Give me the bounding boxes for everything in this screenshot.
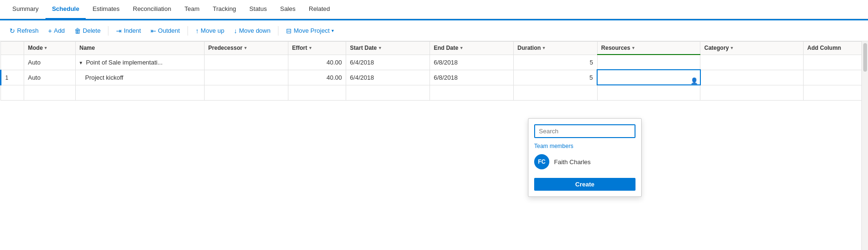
col-duration[interactable]: Duration ▾ [513, 42, 597, 55]
cell-predecessor-0[interactable] [204, 55, 288, 70]
cell-category-0[interactable] [700, 55, 804, 70]
empty-name [75, 85, 204, 100]
cell-effort-0[interactable]: 40.00 [288, 55, 346, 70]
mode-sort-icon: ▾ [45, 46, 47, 50]
grid-container: Mode ▾ Name Predecessor ▾ [0, 41, 868, 250]
tab-tracking[interactable]: Tracking [206, 0, 242, 19]
col-num [1, 42, 24, 55]
col-add-column[interactable]: Add Column [803, 42, 868, 55]
table-row[interactable]: Auto ▾ Point of Sale implementati... 40.… [1, 55, 868, 70]
tab-sales[interactable]: Sales [273, 0, 302, 19]
cell-mode-0[interactable]: Auto [24, 55, 75, 70]
cell-row-num-1: 1 [1, 70, 24, 85]
cell-end-date-0[interactable]: 6/8/2018 [430, 55, 513, 70]
cell-add-col-1 [803, 70, 868, 85]
col-resources[interactable]: Resources ▾ [597, 42, 700, 55]
member-row[interactable]: FC Faith Charles [534, 152, 635, 171]
table-row-empty [1, 85, 868, 100]
tab-reconciliation[interactable]: Reconciliation [126, 0, 178, 19]
move-down-icon: ↓ [234, 27, 237, 35]
outdent-icon: ⇤ [151, 27, 156, 35]
empty-mode [24, 85, 75, 100]
move-project-button[interactable]: ⊟ Move Project ▾ [282, 25, 338, 37]
tab-summary[interactable]: Summary [6, 0, 45, 19]
category-sort-icon: ▾ [731, 46, 733, 50]
scrollbar-thumb [863, 43, 867, 72]
cell-resources-1[interactable]: 👤 [597, 70, 700, 85]
separator-1 [108, 26, 108, 36]
search-input[interactable] [534, 124, 635, 138]
resources-sort-icon: ▾ [632, 46, 635, 50]
create-button[interactable]: Create [534, 178, 635, 191]
cell-add-col-0 [803, 55, 868, 70]
cell-start-date-1[interactable]: 6/4/2018 [346, 70, 430, 85]
cell-effort-1[interactable]: 40.00 [288, 70, 346, 85]
cell-start-date-0[interactable]: 6/4/2018 [346, 55, 430, 70]
delete-icon: 🗑 [74, 27, 81, 35]
resources-dropdown: Team members FC Faith Charles Create [528, 118, 642, 197]
col-end-date[interactable]: End Date ▾ [430, 42, 513, 55]
col-start-date[interactable]: Start Date ▾ [346, 42, 430, 55]
toolbar: ↻ Refresh + Add 🗑 Delete ⇥ Indent ⇤ Outd… [0, 20, 868, 41]
indent-icon: ⇥ [116, 27, 122, 35]
indent-button[interactable]: ⇥ Indent [112, 25, 144, 37]
duration-sort-icon: ▾ [543, 46, 545, 50]
empty-num [1, 85, 24, 100]
start-date-sort-icon: ▾ [379, 46, 381, 50]
empty-add [803, 85, 868, 100]
cell-resources-0[interactable] [597, 55, 700, 70]
separator-3 [278, 26, 278, 36]
cell-duration-1[interactable]: 5 [513, 70, 597, 85]
cell-end-date-1[interactable]: 6/8/2018 [430, 70, 513, 85]
empty-end [430, 85, 513, 100]
empty-duration [513, 85, 597, 100]
add-button[interactable]: + Add [45, 25, 69, 37]
empty-category [700, 85, 804, 100]
cell-duration-0[interactable]: 5 [513, 55, 597, 70]
tab-schedule[interactable]: Schedule [45, 0, 86, 19]
move-project-chevron-icon: ▾ [331, 28, 334, 33]
scrollbar[interactable] [861, 41, 868, 250]
expand-icon: ▾ [80, 60, 82, 65]
empty-effort [288, 85, 346, 100]
empty-start [346, 85, 430, 100]
col-effort[interactable]: Effort ▾ [288, 42, 346, 55]
lookup-icon: 👤 [690, 77, 698, 84]
cell-mode-1[interactable]: Auto [24, 70, 75, 85]
tab-status[interactable]: Status [243, 0, 274, 19]
team-members-label: Team members [534, 143, 635, 149]
delete-button[interactable]: 🗑 Delete [71, 25, 105, 37]
cell-row-num-0 [1, 55, 24, 70]
col-name[interactable]: Name [75, 42, 204, 55]
cell-name-1[interactable]: Project kickoff [75, 70, 204, 85]
cell-name-0[interactable]: ▾ Point of Sale implementati... [75, 55, 204, 70]
add-icon: + [48, 27, 52, 35]
col-predecessor[interactable]: Predecessor ▾ [204, 42, 288, 55]
empty-predecessor [204, 85, 288, 100]
empty-resources [597, 85, 700, 100]
grid-header-row: Mode ▾ Name Predecessor ▾ [1, 42, 868, 55]
grid-table: Mode ▾ Name Predecessor ▾ [0, 41, 868, 101]
member-name: Faith Charles [554, 158, 591, 166]
tab-team[interactable]: Team [178, 0, 206, 19]
predecessor-sort-icon: ▾ [244, 46, 247, 50]
move-up-button[interactable]: ↑ Move up [192, 25, 228, 37]
move-project-icon: ⊟ [286, 27, 292, 35]
refresh-button[interactable]: ↻ Refresh [6, 25, 43, 37]
outdent-button[interactable]: ⇤ Outdent [147, 25, 184, 37]
effort-sort-icon: ▾ [309, 46, 312, 50]
tab-related[interactable]: Related [302, 0, 337, 19]
cell-category-1[interactable] [700, 70, 804, 85]
separator-2 [188, 26, 188, 36]
tab-estimates[interactable]: Estimates [86, 0, 126, 19]
nav-tabs: Summary Schedule Estimates Reconciliatio… [0, 0, 868, 19]
col-mode[interactable]: Mode ▾ [24, 42, 75, 55]
end-date-sort-icon: ▾ [460, 46, 463, 50]
move-down-button[interactable]: ↓ Move down [230, 25, 274, 37]
refresh-icon: ↻ [9, 27, 15, 35]
col-category[interactable]: Category ▾ [700, 42, 804, 55]
cell-predecessor-1[interactable] [204, 70, 288, 85]
table-row[interactable]: 1 Auto Project kickoff 40.00 6/4/2018 6/… [1, 70, 868, 85]
avatar: FC [534, 154, 549, 169]
move-up-icon: ↑ [196, 27, 199, 35]
